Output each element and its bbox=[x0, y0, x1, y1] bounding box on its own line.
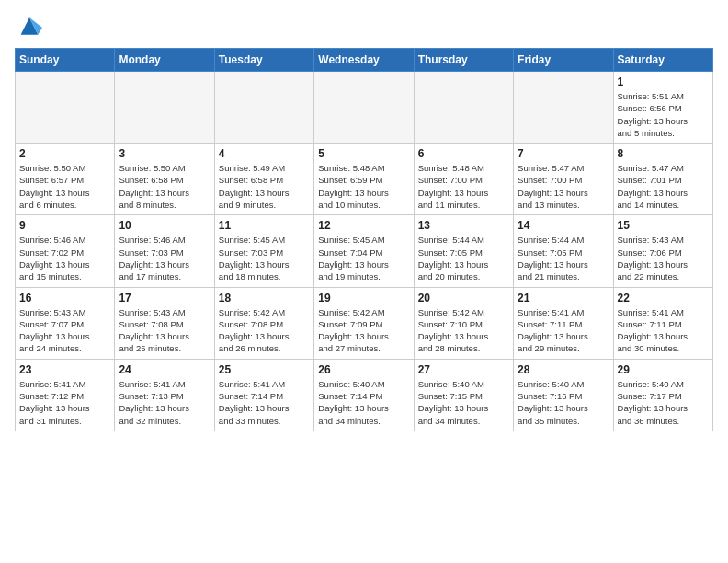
weekday-header-thursday: Thursday bbox=[414, 49, 513, 72]
week-row-1: 1Sunrise: 5:51 AM Sunset: 6:56 PM Daylig… bbox=[16, 72, 713, 144]
day-info: Sunrise: 5:42 AM Sunset: 7:10 PM Dayligh… bbox=[418, 306, 509, 355]
day-cell: 12Sunrise: 5:45 AM Sunset: 7:04 PM Dayli… bbox=[314, 215, 414, 287]
calendar-table: SundayMondayTuesdayWednesdayThursdayFrid… bbox=[15, 48, 713, 431]
day-info: Sunrise: 5:40 AM Sunset: 7:17 PM Dayligh… bbox=[618, 378, 709, 427]
day-number: 4 bbox=[219, 147, 310, 160]
day-cell: 25Sunrise: 5:41 AM Sunset: 7:14 PM Dayli… bbox=[214, 359, 313, 431]
day-cell bbox=[314, 72, 414, 144]
day-cell bbox=[414, 72, 513, 144]
day-cell bbox=[214, 72, 313, 144]
day-number: 22 bbox=[618, 292, 709, 304]
day-info: Sunrise: 5:47 AM Sunset: 7:00 PM Dayligh… bbox=[518, 162, 609, 211]
day-cell: 26Sunrise: 5:40 AM Sunset: 7:14 PM Dayli… bbox=[314, 359, 414, 431]
logo bbox=[15, 15, 48, 40]
day-number: 11 bbox=[219, 219, 310, 232]
weekday-header-row: SundayMondayTuesdayWednesdayThursdayFrid… bbox=[16, 49, 713, 72]
day-number: 7 bbox=[518, 147, 609, 160]
day-number: 27 bbox=[418, 363, 509, 376]
day-cell: 13Sunrise: 5:44 AM Sunset: 7:05 PM Dayli… bbox=[414, 215, 513, 287]
weekday-header-sunday: Sunday bbox=[16, 49, 115, 72]
day-number: 20 bbox=[418, 292, 509, 304]
day-info: Sunrise: 5:49 AM Sunset: 6:58 PM Dayligh… bbox=[219, 162, 310, 211]
day-cell: 29Sunrise: 5:40 AM Sunset: 7:17 PM Dayli… bbox=[613, 359, 712, 431]
day-info: Sunrise: 5:50 AM Sunset: 6:57 PM Dayligh… bbox=[19, 162, 110, 211]
day-cell: 9Sunrise: 5:46 AM Sunset: 7:02 PM Daylig… bbox=[16, 215, 115, 287]
day-info: Sunrise: 5:42 AM Sunset: 7:09 PM Dayligh… bbox=[318, 306, 409, 355]
day-cell: 7Sunrise: 5:47 AM Sunset: 7:00 PM Daylig… bbox=[514, 144, 613, 215]
weekday-header-saturday: Saturday bbox=[613, 49, 712, 72]
week-row-2: 2Sunrise: 5:50 AM Sunset: 6:57 PM Daylig… bbox=[16, 144, 713, 215]
day-number: 26 bbox=[318, 363, 409, 376]
week-row-5: 23Sunrise: 5:41 AM Sunset: 7:12 PM Dayli… bbox=[16, 359, 713, 431]
day-cell: 15Sunrise: 5:43 AM Sunset: 7:06 PM Dayli… bbox=[613, 215, 712, 287]
day-info: Sunrise: 5:47 AM Sunset: 7:01 PM Dayligh… bbox=[618, 162, 709, 211]
weekday-header-friday: Friday bbox=[514, 49, 613, 72]
day-cell bbox=[16, 72, 115, 144]
day-number: 23 bbox=[19, 363, 110, 376]
day-info: Sunrise: 5:42 AM Sunset: 7:08 PM Dayligh… bbox=[219, 306, 310, 355]
weekday-header-wednesday: Wednesday bbox=[314, 49, 414, 72]
day-number: 24 bbox=[119, 363, 210, 376]
day-number: 5 bbox=[318, 147, 409, 160]
day-number: 28 bbox=[518, 363, 609, 376]
day-info: Sunrise: 5:40 AM Sunset: 7:16 PM Dayligh… bbox=[518, 378, 609, 427]
day-cell: 22Sunrise: 5:41 AM Sunset: 7:11 PM Dayli… bbox=[613, 287, 712, 359]
day-cell: 10Sunrise: 5:46 AM Sunset: 7:03 PM Dayli… bbox=[115, 215, 214, 287]
day-info: Sunrise: 5:41 AM Sunset: 7:11 PM Dayligh… bbox=[618, 306, 709, 355]
day-info: Sunrise: 5:43 AM Sunset: 7:06 PM Dayligh… bbox=[618, 234, 709, 282]
day-info: Sunrise: 5:50 AM Sunset: 6:58 PM Dayligh… bbox=[119, 162, 210, 211]
day-info: Sunrise: 5:43 AM Sunset: 7:08 PM Dayligh… bbox=[119, 306, 210, 355]
week-row-3: 9Sunrise: 5:46 AM Sunset: 7:02 PM Daylig… bbox=[16, 215, 713, 287]
day-cell: 11Sunrise: 5:45 AM Sunset: 7:03 PM Dayli… bbox=[214, 215, 313, 287]
day-info: Sunrise: 5:45 AM Sunset: 7:03 PM Dayligh… bbox=[219, 234, 310, 282]
day-cell: 23Sunrise: 5:41 AM Sunset: 7:12 PM Dayli… bbox=[16, 359, 115, 431]
day-cell: 6Sunrise: 5:48 AM Sunset: 7:00 PM Daylig… bbox=[414, 144, 513, 215]
day-cell: 28Sunrise: 5:40 AM Sunset: 7:16 PM Dayli… bbox=[514, 359, 613, 431]
day-cell: 20Sunrise: 5:42 AM Sunset: 7:10 PM Dayli… bbox=[414, 287, 513, 359]
day-cell: 14Sunrise: 5:44 AM Sunset: 7:05 PM Dayli… bbox=[514, 215, 613, 287]
day-number: 16 bbox=[19, 292, 110, 304]
day-cell: 3Sunrise: 5:50 AM Sunset: 6:58 PM Daylig… bbox=[115, 144, 214, 215]
day-info: Sunrise: 5:41 AM Sunset: 7:12 PM Dayligh… bbox=[19, 378, 110, 427]
weekday-header-tuesday: Tuesday bbox=[214, 49, 313, 72]
day-number: 3 bbox=[119, 147, 210, 160]
day-number: 1 bbox=[618, 75, 709, 88]
day-number: 12 bbox=[318, 219, 409, 232]
day-number: 13 bbox=[418, 219, 509, 232]
day-info: Sunrise: 5:41 AM Sunset: 7:14 PM Dayligh… bbox=[219, 378, 310, 427]
day-number: 8 bbox=[618, 147, 709, 160]
day-info: Sunrise: 5:51 AM Sunset: 6:56 PM Dayligh… bbox=[618, 90, 709, 139]
day-cell: 19Sunrise: 5:42 AM Sunset: 7:09 PM Dayli… bbox=[314, 287, 414, 359]
day-cell: 8Sunrise: 5:47 AM Sunset: 7:01 PM Daylig… bbox=[613, 144, 712, 215]
day-cell: 5Sunrise: 5:48 AM Sunset: 6:59 PM Daylig… bbox=[314, 144, 414, 215]
day-info: Sunrise: 5:40 AM Sunset: 7:14 PM Dayligh… bbox=[318, 378, 409, 427]
day-cell: 17Sunrise: 5:43 AM Sunset: 7:08 PM Dayli… bbox=[115, 287, 214, 359]
day-cell: 27Sunrise: 5:40 AM Sunset: 7:15 PM Dayli… bbox=[414, 359, 513, 431]
day-cell: 24Sunrise: 5:41 AM Sunset: 7:13 PM Dayli… bbox=[115, 359, 214, 431]
day-number: 21 bbox=[518, 292, 609, 304]
day-cell: 4Sunrise: 5:49 AM Sunset: 6:58 PM Daylig… bbox=[214, 144, 313, 215]
page-header bbox=[15, 15, 713, 40]
day-cell bbox=[115, 72, 214, 144]
day-number: 29 bbox=[618, 363, 709, 376]
day-info: Sunrise: 5:44 AM Sunset: 7:05 PM Dayligh… bbox=[418, 234, 509, 282]
day-number: 25 bbox=[219, 363, 310, 376]
day-number: 18 bbox=[219, 292, 310, 304]
day-number: 6 bbox=[418, 147, 509, 160]
day-number: 14 bbox=[518, 219, 609, 232]
day-cell: 1Sunrise: 5:51 AM Sunset: 6:56 PM Daylig… bbox=[613, 72, 712, 144]
day-number: 15 bbox=[618, 219, 709, 232]
day-number: 17 bbox=[119, 292, 210, 304]
day-info: Sunrise: 5:44 AM Sunset: 7:05 PM Dayligh… bbox=[518, 234, 609, 282]
day-info: Sunrise: 5:46 AM Sunset: 7:03 PM Dayligh… bbox=[119, 234, 210, 282]
day-cell: 16Sunrise: 5:43 AM Sunset: 7:07 PM Dayli… bbox=[16, 287, 115, 359]
day-info: Sunrise: 5:40 AM Sunset: 7:15 PM Dayligh… bbox=[418, 378, 509, 427]
day-number: 2 bbox=[19, 147, 110, 160]
week-row-4: 16Sunrise: 5:43 AM Sunset: 7:07 PM Dayli… bbox=[16, 287, 713, 359]
day-info: Sunrise: 5:46 AM Sunset: 7:02 PM Dayligh… bbox=[19, 234, 110, 282]
day-info: Sunrise: 5:41 AM Sunset: 7:13 PM Dayligh… bbox=[119, 378, 210, 427]
day-number: 19 bbox=[318, 292, 409, 304]
day-cell: 2Sunrise: 5:50 AM Sunset: 6:57 PM Daylig… bbox=[16, 144, 115, 215]
day-number: 10 bbox=[119, 219, 210, 232]
day-number: 9 bbox=[19, 219, 110, 232]
